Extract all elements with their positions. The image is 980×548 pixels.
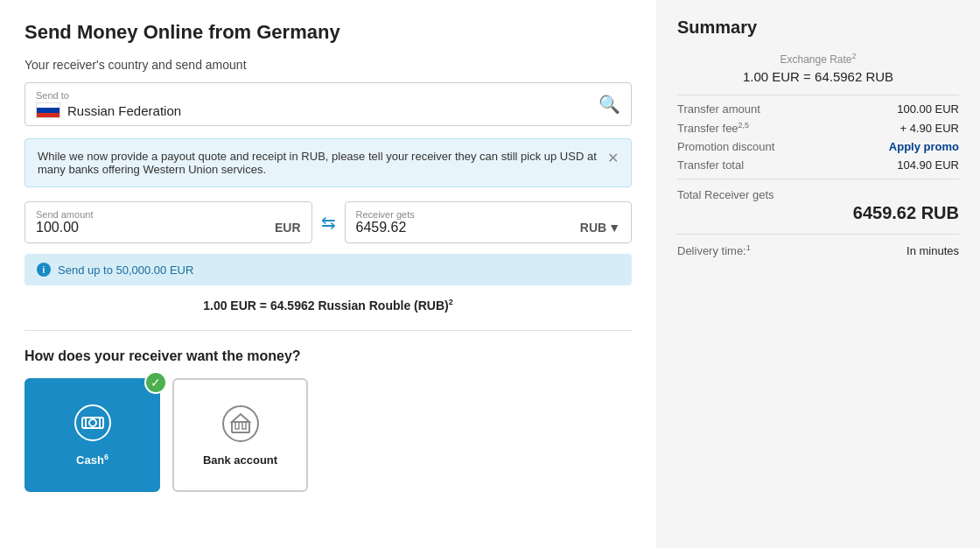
main-panel: Send Money Online from Germany Your rece… — [0, 0, 656, 548]
svg-point-0 — [75, 405, 110, 440]
info-banner-close[interactable]: ✕ — [607, 150, 619, 166]
exchange-rate-value: 1.00 EUR = 64.5962 RUB — [677, 69, 959, 84]
info-banner: While we now provide a payout quote and … — [24, 138, 632, 187]
send-limit-info-icon: i — [37, 263, 51, 277]
promotion-discount-row: Promotion discount Apply promo — [677, 140, 959, 153]
total-receiver-value: 6459.62 RUB — [677, 203, 959, 223]
transfer-fee-label: Transfer fee2,5 — [677, 121, 749, 135]
svg-rect-6 — [232, 422, 249, 432]
receive-currency-select[interactable]: RUB ▼ — [580, 221, 620, 235]
cash-card-label: Cash6 — [76, 453, 108, 467]
country-selector-left: Send to Russian Federation — [36, 90, 181, 118]
country-selector[interactable]: Send to Russian Federation 🔍 — [24, 82, 632, 126]
swap-icon[interactable]: ⇆ — [321, 212, 336, 233]
svg-point-2 — [89, 419, 96, 426]
transfer-fee-sup: 2,5 — [738, 121, 750, 130]
transfer-amount-label: Transfer amount — [677, 102, 760, 116]
send-amount-label: Send amount — [36, 209, 301, 220]
send-to-label: Send to — [36, 90, 181, 101]
delivery-time-label: Delivery time:1 — [677, 243, 751, 257]
transfer-fee-row: Transfer fee2,5 + 4.90 EUR — [677, 121, 959, 135]
svg-rect-8 — [242, 422, 246, 429]
total-receiver-label: Total Receiver gets — [677, 188, 959, 201]
send-limit-bar: i Send up to 50,000.00 EUR — [24, 254, 632, 285]
transfer-total-value: 104.90 EUR — [897, 158, 959, 172]
receive-amount-field[interactable]: Receiver gets RUB ▼ — [345, 201, 633, 243]
exchange-rate-box: Exchange Rate2 1.00 EUR = 64.5962 RUB — [677, 52, 959, 84]
delivery-time-value: In minutes — [906, 244, 959, 257]
summary-divider-2 — [677, 179, 959, 179]
apply-promo-link[interactable]: Apply promo — [889, 140, 959, 153]
receive-amount-input[interactable] — [356, 220, 496, 235]
summary-divider-1 — [677, 95, 959, 95]
transfer-total-label: Transfer total — [677, 158, 744, 172]
receive-currency-label: RUB — [580, 221, 606, 235]
search-icon[interactable]: 🔍 — [598, 94, 620, 115]
payment-cards: ✓ Cash6 Bank — [24, 378, 632, 492]
send-amount-input-wrap: EUR — [36, 220, 301, 235]
exchange-rate-sup: 2 — [449, 298, 453, 306]
bank-card-label: Bank account — [203, 453, 277, 467]
cash-icon — [72, 402, 114, 444]
selected-checkmark: ✓ — [144, 371, 167, 394]
receiver-gets-label: Receiver gets — [356, 209, 621, 220]
svg-marker-9 — [232, 414, 249, 422]
exchange-rate-text: 1.00 EUR = 64.5962 Russian Rouble (RUB)2 — [203, 299, 453, 313]
amount-row: Send amount EUR ⇆ Receiver gets RUB ▼ — [24, 201, 632, 243]
svg-point-5 — [223, 406, 258, 441]
svg-rect-7 — [235, 422, 239, 429]
exchange-rate-display: 1.00 EUR = 64.5962 Russian Rouble (RUB)2 — [24, 298, 632, 331]
payment-card-cash[interactable]: ✓ Cash6 — [24, 378, 160, 492]
receiver-section-label: Your receiver's country and send amount — [24, 58, 632, 72]
exchange-rate-label-sup: 2 — [852, 52, 857, 60]
page-title: Send Money Online from Germany — [24, 21, 632, 44]
bank-icon — [220, 403, 262, 445]
delivery-time-sup: 1 — [746, 243, 751, 252]
transfer-amount-row: Transfer amount 100.00 EUR — [677, 102, 959, 116]
sidebar: Summary Exchange Rate2 1.00 EUR = 64.596… — [656, 0, 980, 548]
info-banner-text: While we now provide a payout quote and … — [38, 150, 600, 176]
promotion-discount-label: Promotion discount — [677, 140, 774, 153]
country-name-row: Russian Federation — [36, 102, 181, 118]
receive-currency-chevron: ▼ — [608, 221, 620, 235]
transfer-total-row: Transfer total 104.90 EUR — [677, 158, 959, 172]
send-currency-label: EUR — [275, 221, 301, 235]
payment-card-bank[interactable]: Bank account — [172, 378, 308, 492]
send-amount-input[interactable] — [36, 220, 176, 235]
payment-method-section: How does your receiver want the money? ✓… — [24, 348, 632, 492]
payment-section-label: How does your receiver want the money? — [24, 348, 632, 364]
transfer-amount-value: 100.00 EUR — [897, 102, 959, 116]
send-limit-text: Send up to 50,000.00 EUR — [58, 263, 193, 277]
transfer-fee-value: + 4.90 EUR — [900, 122, 959, 135]
summary-title: Summary — [677, 18, 959, 38]
send-amount-field[interactable]: Send amount EUR — [24, 201, 312, 243]
russia-flag — [36, 102, 60, 118]
exchange-rate-label: Exchange Rate2 — [677, 52, 959, 66]
delivery-row: Delivery time:1 In minutes — [677, 234, 959, 257]
country-name-text: Russian Federation — [67, 103, 181, 118]
receive-amount-input-wrap: RUB ▼ — [356, 220, 621, 235]
